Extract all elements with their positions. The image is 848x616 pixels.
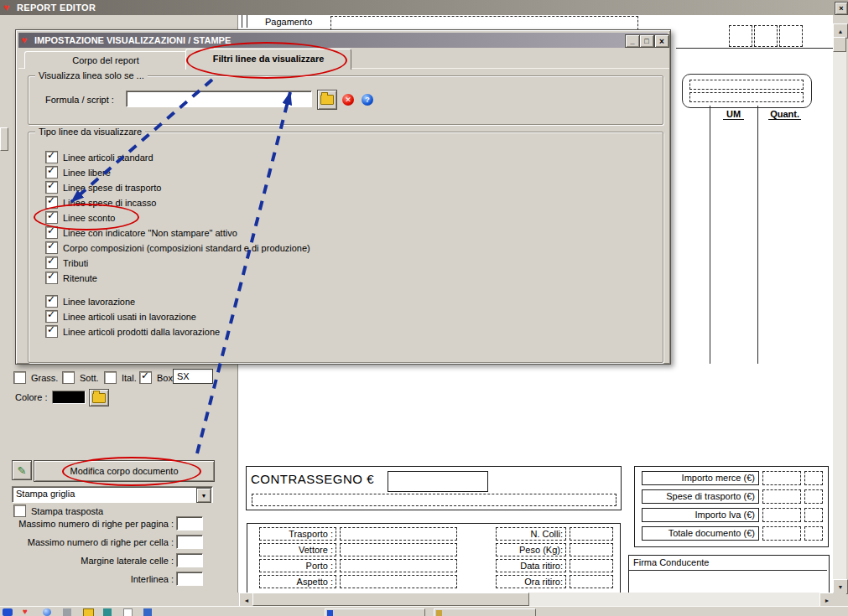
checkbox-sottolineato[interactable]: Sott. [62, 371, 99, 384]
align-select[interactable]: SX [173, 369, 213, 384]
address-rounded-box[interactable] [682, 74, 812, 108]
window-close-button[interactable]: × [835, 2, 848, 15]
margine-celle-input[interactable] [176, 553, 203, 567]
panel-splitter[interactable] [0, 127, 8, 151]
formula-input[interactable] [126, 91, 312, 107]
total-value-box[interactable] [804, 489, 823, 504]
total-value-box[interactable] [804, 526, 823, 541]
peso-label[interactable]: Peso (Kg): [496, 543, 566, 556]
transport-box[interactable]: Trasporto : N. Colli: Vettore : Peso (Kg… [247, 523, 621, 594]
start-icon[interactable] [3, 608, 13, 616]
dialog-maximize-button[interactable]: □ [639, 34, 654, 48]
interlinea-input[interactable] [176, 572, 203, 586]
modifica-corpo-documento-button[interactable]: Modifica corpo documento [34, 460, 215, 482]
trasporto-label[interactable]: Trasporto : [259, 527, 336, 541]
ora-ritiro-label[interactable]: Ora ritiro: [496, 575, 566, 588]
column-header-um[interactable]: UM [710, 109, 757, 119]
address-field-line[interactable] [689, 92, 804, 102]
aspetto-label[interactable]: Aspetto : [259, 575, 336, 588]
heart-tray-icon[interactable]: ♥ [23, 607, 28, 616]
dropdown-button[interactable]: ▼ [196, 488, 211, 503]
checkbox-label: Corpo composizioni (composizioni standar… [63, 243, 310, 253]
total-value-box[interactable] [762, 489, 801, 504]
checkbox-box [45, 256, 58, 269]
checkbox-box-border[interactable]: Box [139, 371, 173, 384]
data-ritiro-label[interactable]: Data ritiro: [496, 559, 566, 572]
formula-open-button[interactable] [317, 90, 337, 110]
taskbar-button[interactable] [434, 608, 536, 616]
total-value-box[interactable] [762, 526, 801, 541]
checkbox-label: Sott. [80, 373, 99, 383]
ncolli-label[interactable]: N. Colli: [496, 527, 566, 541]
tray-icon[interactable] [143, 608, 152, 616]
header-field-box[interactable] [754, 25, 778, 47]
document-tray-icon[interactable] [123, 608, 133, 616]
contrassegno-field-line[interactable] [252, 494, 616, 506]
checkbox-linee-libere[interactable]: Linee libere [45, 166, 111, 179]
checkbox-italico[interactable]: Ital. [104, 371, 137, 384]
checkbox-linee-spese-incasso[interactable]: Linee spese di incasso [45, 196, 156, 209]
edit-body-icon-button[interactable]: ✎ [12, 460, 32, 480]
column-header-quant[interactable]: Quant. [757, 109, 801, 119]
ora-ritiro-value[interactable] [570, 575, 613, 588]
total-importo-merce[interactable]: Importo merce (€) [642, 471, 759, 485]
color-picker-button[interactable] [89, 389, 109, 406]
field-label-margine-celle: Margine laterale celle : [0, 556, 174, 566]
tab-corpo-del-report[interactable]: Corpo del report [24, 51, 187, 69]
horizontal-scroll-thumb[interactable] [252, 593, 529, 606]
dialog-close-button[interactable]: × [654, 34, 669, 48]
tray-icon[interactable] [63, 608, 71, 616]
formula-clear-button[interactable]: ✕ [338, 90, 358, 110]
checkbox-stampa-trasposta[interactable]: Stampa trasposta [13, 505, 103, 517]
data-ritiro-value[interactable] [570, 559, 613, 572]
vertical-scrollbar[interactable]: ▲ ▼ [833, 23, 846, 593]
firma-box[interactable]: Firma Conducente [628, 555, 830, 594]
globe-tray-icon[interactable] [43, 608, 51, 616]
contrassegno-value-box[interactable] [388, 471, 488, 492]
checkbox-tributi[interactable]: Tributi [45, 256, 88, 269]
total-value-box[interactable] [804, 508, 823, 522]
totals-box[interactable]: Importo merce (€) Spese di trasporto (€)… [634, 466, 829, 547]
horizontal-scrollbar[interactable]: ◄ ► [239, 593, 833, 606]
checkbox-grassetto[interactable]: Grass. [13, 371, 58, 384]
total-value-box[interactable] [762, 508, 801, 522]
checkbox-linee-sconto[interactable]: Linee sconto [45, 211, 115, 224]
checkbox-linee-spese-trasporto[interactable]: Linee spese di trasporto [45, 181, 161, 194]
formula-help-button[interactable]: ? [357, 90, 377, 110]
dialog-minimize-button[interactable]: _ [625, 34, 640, 48]
checkbox-linee-articoli-standard[interactable]: Linee articoli standard [45, 151, 153, 163]
checkbox-linee-articoli-usati[interactable]: Linee articoli usati in lavorazione [45, 310, 196, 323]
max-righe-cella-input[interactable] [176, 535, 203, 549]
max-righe-pagina-input[interactable] [176, 516, 203, 531]
vettore-label[interactable]: Vettore : [259, 543, 336, 556]
total-importo-iva[interactable]: Importo Iva (€) [642, 508, 759, 522]
checkbox-corpo-composizioni[interactable]: Corpo composizioni (composizioni standar… [45, 241, 310, 254]
trasporto-value[interactable] [340, 527, 457, 541]
folder-tray-icon[interactable] [83, 608, 94, 616]
tray-icon[interactable] [103, 608, 112, 616]
checkbox-linee-articoli-prodotti[interactable]: Linee articoli prodotti dalla lavorazion… [45, 325, 220, 338]
contrassegno-box[interactable]: CONTRASSEGNO € [246, 466, 622, 510]
porto-label[interactable]: Porto : [259, 559, 336, 572]
vettore-value[interactable] [340, 543, 457, 556]
total-documento[interactable]: Totale documento (€) [642, 526, 759, 541]
taskbar-button[interactable] [325, 608, 425, 616]
stampa-griglia-select[interactable]: Stampa griglia ▼ [12, 486, 213, 503]
porto-value[interactable] [340, 559, 457, 572]
total-value-box[interactable] [804, 471, 823, 485]
pagamento-field-box[interactable] [330, 16, 638, 30]
ncolli-value[interactable] [570, 527, 613, 541]
header-field-box[interactable] [779, 25, 803, 47]
total-value-box[interactable] [762, 471, 801, 485]
checkbox-linee-lavorazione[interactable]: Linee lavorazione [45, 295, 135, 308]
checkbox-ritenute[interactable]: Ritenute [45, 272, 97, 284]
tab-filtri-linee[interactable]: Filtri linee da visualizzare [185, 49, 351, 70]
color-swatch[interactable] [52, 391, 86, 404]
aspetto-value[interactable] [340, 575, 457, 588]
checkbox-linee-non-stampare[interactable]: Linee con indicatore "Non stampare" atti… [45, 226, 237, 239]
address-field-line[interactable] [689, 80, 804, 90]
header-field-box[interactable] [729, 25, 752, 47]
peso-value[interactable] [570, 543, 613, 556]
total-spese-trasporto[interactable]: Spese di trasporto (€) [642, 489, 759, 504]
vertical-scroll-thumb[interactable] [833, 37, 846, 52]
